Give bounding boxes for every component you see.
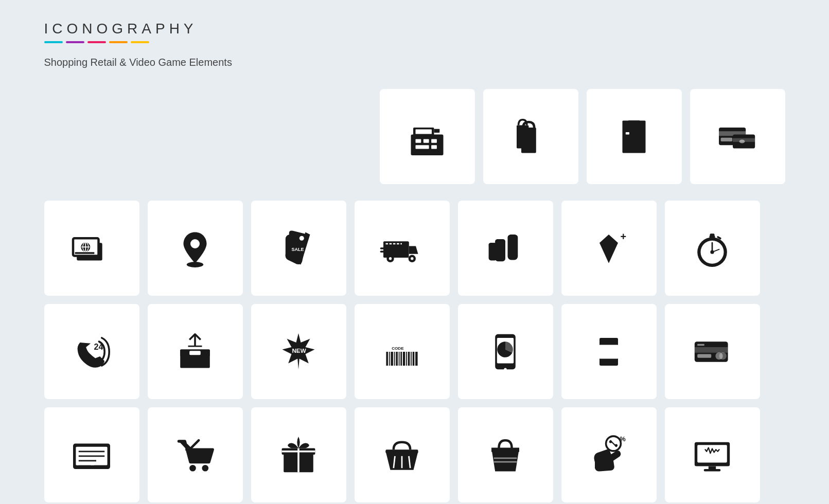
svg-rect-78: [596, 349, 599, 353]
svg-rect-26: [75, 252, 95, 254]
svg-rect-108: [491, 448, 519, 452]
color-bar-5: [131, 41, 149, 43]
svg-point-29: [299, 236, 304, 240]
svg-rect-6: [431, 139, 437, 142]
svg-rect-67: [403, 352, 405, 366]
basket-card: [355, 407, 450, 502]
page-container: ICONOGRAPHY Shopping Retail & Video Game…: [29, 0, 801, 504]
color-bar-1: [44, 41, 63, 43]
cart-checkmark-icon: [172, 432, 218, 478]
new-badge-card: NEW: [251, 304, 346, 399]
svg-rect-109: [494, 457, 517, 459]
sale-tag-card: SALE: [251, 201, 346, 296]
svg-rect-10: [517, 125, 528, 148]
color-bars: [44, 41, 785, 43]
stopwatch-icon: [689, 225, 735, 272]
shopping-bags-card: [483, 89, 578, 184]
svg-point-28: [187, 262, 203, 267]
computer-shirt-icon: [689, 432, 735, 478]
svg-rect-62: [391, 352, 393, 366]
shopping-bags-icon: [507, 114, 554, 160]
svg-rect-65: [399, 352, 400, 366]
web-card-icon: [68, 225, 115, 272]
svg-rect-3: [434, 129, 440, 132]
shopping-bag-alt-icon: [482, 432, 528, 478]
svg-point-98: [202, 464, 209, 471]
svg-rect-85: [695, 347, 728, 353]
cash-register-card: [380, 89, 475, 184]
diamond-plus-icon: +: [586, 225, 632, 272]
svg-rect-60: [386, 352, 388, 366]
svg-rect-80: [618, 341, 622, 346]
svg-rect-68: [406, 352, 407, 366]
svg-text:%: %: [620, 436, 626, 443]
svg-rect-89: [697, 344, 704, 346]
cash-register-icon: [404, 114, 450, 160]
mobile-pie-icon: [482, 329, 528, 375]
computer-shirt-card: [665, 407, 760, 502]
grocery-items-icon: [482, 225, 528, 272]
color-bar-4: [109, 41, 128, 43]
svg-rect-77: [596, 341, 599, 346]
svg-rect-82: [618, 356, 622, 361]
svg-rect-40: [495, 239, 505, 244]
grocery-items-card: [458, 201, 553, 296]
svg-rect-8: [431, 145, 437, 149]
delivery-truck-icon: [379, 225, 425, 272]
svg-rect-118: [697, 445, 727, 462]
svg-point-88: [719, 352, 727, 359]
location-pin-card: [148, 201, 243, 296]
svg-text:CODE: CODE: [392, 346, 404, 350]
svg-rect-79: [596, 356, 599, 361]
svg-point-97: [189, 464, 196, 471]
svg-rect-66: [400, 352, 402, 366]
svg-point-115: [615, 444, 618, 446]
svg-rect-12: [628, 120, 640, 126]
film-reel-card: [561, 304, 657, 399]
logo-title: ICONOGRAPHY: [44, 21, 785, 37]
svg-rect-103: [386, 449, 418, 453]
svg-point-35: [411, 257, 413, 260]
svg-rect-47: [710, 233, 715, 236]
new-badge-icon: NEW: [275, 329, 322, 375]
svg-rect-86: [697, 354, 711, 357]
icon-row-3: 24 NEW: [44, 304, 785, 399]
box-upload-icon: [172, 329, 218, 375]
credit-card-icon: [689, 329, 735, 375]
svg-rect-81: [618, 349, 622, 353]
svg-rect-38: [508, 235, 518, 240]
web-card-card: [44, 201, 139, 296]
svg-rect-95: [78, 465, 92, 467]
svg-rect-7: [416, 145, 429, 149]
svg-rect-70: [411, 352, 412, 366]
svg-rect-110: [494, 461, 517, 462]
icon-row-1: [44, 89, 785, 184]
svg-rect-83: [599, 345, 618, 358]
diamond-plus-card: +: [561, 201, 657, 296]
svg-rect-4: [416, 139, 421, 142]
svg-rect-42: [489, 243, 497, 246]
svg-rect-72: [415, 352, 418, 366]
delivery-truck-card: [355, 201, 450, 296]
payment-card: [690, 89, 785, 184]
svg-rect-5: [424, 139, 429, 142]
svg-rect-71: [413, 352, 415, 366]
svg-rect-61: [389, 352, 390, 366]
icons-grid: SALE: [44, 89, 785, 502]
credit-card-card: [665, 304, 760, 399]
svg-text:+: +: [621, 230, 627, 242]
icon-row-2: SALE: [44, 201, 785, 296]
svg-text:NEW: NEW: [292, 347, 306, 353]
svg-rect-55: [189, 351, 201, 355]
mobile-pie-card: [458, 304, 553, 399]
svg-rect-64: [396, 352, 398, 366]
box-upload-card: [148, 304, 243, 399]
svg-point-33: [389, 257, 392, 260]
gift-box-card: [251, 407, 346, 502]
location-pin-icon: [172, 225, 218, 272]
film-reel-icon: [586, 329, 632, 375]
svg-point-114: [609, 440, 612, 443]
gift-box-icon: [275, 432, 322, 478]
tablet-checklist-card: [44, 407, 139, 502]
svg-point-19: [739, 139, 745, 143]
